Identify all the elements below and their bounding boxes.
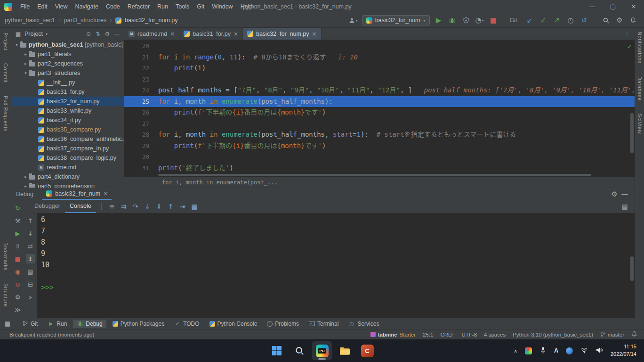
settings-gear-icon[interactable]: ⚙ — [609, 189, 620, 199]
collapse-all-icon[interactable]: ⇅ — [94, 30, 102, 38]
chevron-collapsed-icon[interactable]: ▸ — [22, 184, 29, 188]
run-to-cursor-icon[interactable]: ⇥ — [177, 201, 188, 212]
toolwindow-button-run[interactable]: ▶Run — [44, 320, 71, 328]
code-line-29[interactable]: 29 print(f'下半期の{i}番目の月は{month}です') — [124, 140, 635, 152]
view-breakpoints-icon[interactable]: ◉ — [13, 267, 23, 276]
menu-item-navigate[interactable]: Navigate — [72, 0, 102, 13]
status-message[interactable]: Breakpoint reached (moments ago) — [9, 332, 94, 337]
more-icon[interactable]: ≫ — [13, 305, 23, 314]
code-with-me-icon[interactable]: ▾ — [348, 15, 358, 25]
show-execution-point-icon[interactable]: ⇉ — [119, 201, 129, 212]
rerun-icon[interactable]: ↻ — [13, 203, 23, 213]
tabnine-widget[interactable]: tabnine Starter — [370, 332, 416, 337]
menu-item-tools[interactable]: Tools — [172, 0, 193, 13]
tree-item-part3-structures[interactable]: ▾part3_structures — [11, 68, 124, 78]
editor-horizontal-scrollbar[interactable] — [124, 173, 635, 177]
tool-stripe-project[interactable]: Project — [3, 33, 8, 52]
stop-icon[interactable]: ■ — [13, 254, 23, 263]
tree-item--init-py[interactable]: __init__.py — [11, 78, 124, 87]
step-into-icon[interactable]: ↓ — [142, 201, 153, 212]
print-icon[interactable]: ▤ — [26, 267, 35, 276]
pycharm-taskbar-button[interactable]: PC — [312, 341, 332, 360]
microphone-icon[interactable] — [539, 346, 547, 355]
chevron-expanded-icon[interactable]: ▾ — [22, 71, 29, 75]
code-line-25[interactable]: 25for i, month in enumerate(post_half_mo… — [124, 96, 635, 107]
code-line-30[interactable]: 30 — [124, 151, 635, 163]
menu-item-window[interactable]: Window — [208, 0, 236, 13]
more-chevrons-icon[interactable]: » — [26, 292, 35, 302]
tool-stripe-sciview[interactable]: SciView — [637, 114, 643, 135]
editor-vertical-scrollbar[interactable] — [630, 113, 634, 153]
restore-layout-icon[interactable]: ▤ — [620, 201, 630, 212]
run-config-select[interactable]: basic32_for_num ▾ — [362, 15, 430, 25]
code-line-20[interactable]: 20 — [124, 41, 635, 52]
resume-icon[interactable]: ▶ — [13, 229, 23, 238]
tree-item-python-basic-sec1[interactable]: ▾python_basic_sec1 [python_basic]D: — [11, 40, 124, 49]
debug-view-tab-debugger[interactable]: Debugger — [30, 200, 65, 213]
tool-stripe-database[interactable]: Database — [637, 76, 643, 102]
toolwindow-button-python-console[interactable]: Python Console — [206, 320, 261, 328]
breadcrumb-item-basic32-for-num-py[interactable]: basic32_for_num.py — [125, 17, 178, 24]
toolwindow-button-terminal[interactable]: Terminal — [305, 320, 342, 328]
tool-stripe-bookmarks[interactable]: Bookmarks — [3, 242, 8, 272]
settings-gear-icon[interactable]: ⚙ — [13, 292, 23, 302]
tree-item-basic31-for-py[interactable]: basic31_for.py — [11, 87, 124, 97]
tabs-more-icon[interactable]: ⋮ — [624, 31, 635, 37]
minimize-button[interactable]: — — [582, 0, 603, 13]
tree-item-part2-sequences[interactable]: ▸part2_sequences — [11, 59, 124, 68]
tree-item-readme-md[interactable]: Mreadme.md — [11, 163, 124, 172]
debug-session-tab[interactable]: basic32_for_num × — [42, 188, 112, 200]
scroll-up-icon[interactable]: ↑ — [26, 216, 35, 225]
file-encoding[interactable]: UTF-8 — [462, 332, 477, 337]
stop-button[interactable]: ■ — [488, 15, 499, 25]
indent-setting[interactable]: 4 spaces — [484, 332, 506, 337]
tree-item-part1-literals[interactable]: ▸part1_literals — [11, 49, 124, 59]
tool-stripe-pull-requests[interactable]: Pull Requests — [3, 96, 8, 133]
file-explorer-button[interactable] — [335, 341, 354, 360]
soft-wrap-icon[interactable]: ⇄ — [26, 241, 35, 251]
close-tab-icon[interactable]: × — [312, 31, 317, 37]
volume-icon[interactable] — [596, 346, 603, 355]
force-step-into-icon[interactable]: ⇓ — [154, 201, 164, 212]
editor-tab-readme-md[interactable]: Mreadme.md× — [124, 28, 179, 40]
menu-item-run[interactable]: Run — [153, 0, 172, 13]
step-out-icon[interactable]: ↑ — [166, 201, 176, 212]
wrench-icon[interactable]: ⚒ — [13, 216, 23, 225]
pause-icon[interactable]: Ⅱ — [13, 241, 23, 251]
hide-panel-icon[interactable]: — — [620, 189, 630, 199]
scrollbar-thumb[interactable] — [158, 174, 591, 176]
console-output[interactable]: 678910 >>> — [37, 213, 635, 318]
notifications-bell-icon[interactable] — [631, 331, 637, 338]
run-button[interactable]: ▶ — [434, 15, 444, 25]
scroll-down-icon[interactable]: ↓ — [26, 229, 35, 238]
tree-item-part4-dictionary[interactable]: ▸part4_dictionary — [11, 172, 124, 181]
project-panel-title[interactable]: Project — [24, 31, 43, 37]
tree-item-basic36-compare-arithmetic-py[interactable]: basic36_compare_arithmetic.py — [11, 134, 124, 144]
tree-item-basic38-compare-logic-py[interactable]: basic38_compare_logic.py — [11, 153, 124, 163]
toolwindows-toggle-icon[interactable]: ▦ — [2, 320, 13, 327]
chevron-collapsed-icon[interactable]: ▸ — [22, 174, 29, 179]
chevron-down-icon[interactable]: ▾ — [46, 32, 48, 36]
settings-button[interactable]: ⚙ — [614, 15, 625, 25]
app-c-button[interactable]: C — [357, 341, 377, 360]
close-tab-icon[interactable]: × — [170, 31, 175, 37]
editor-tab-basic31-for-py[interactable]: basic31_for.py× — [179, 28, 243, 40]
menu-item-git[interactable]: Git — [193, 0, 208, 13]
menu-item-code[interactable]: Code — [102, 0, 124, 13]
tool-stripe-structure[interactable]: Structure — [3, 283, 8, 308]
tray-status-icon[interactable] — [566, 347, 573, 354]
caret-position[interactable]: 25:1 — [423, 332, 433, 337]
toolwindow-button-services[interactable]: ◴Services — [345, 320, 383, 328]
tray-chevron-up-icon[interactable]: ∧ — [514, 348, 517, 354]
menu-item-view[interactable]: View — [51, 0, 72, 13]
code-editor[interactable]: 2021for i in range(0, 11): # 0から10までくり返す… — [124, 40, 635, 173]
mute-breakpoints-icon[interactable]: ⊘ — [13, 280, 23, 289]
editor-tab-basic32-for-num-py[interactable]: basic32_for_num.py× — [243, 28, 322, 40]
maximize-button[interactable]: ▢ — [603, 0, 623, 13]
menu-item-edit[interactable]: Edit — [33, 0, 51, 13]
tree-item-basic34-if-py[interactable]: basic34_if.py — [11, 115, 124, 125]
menu-item-refactor[interactable]: Refactor — [124, 0, 153, 13]
search-button[interactable] — [290, 341, 309, 360]
code-line-24[interactable]: 24post_half_months = ["7月", "8月", "9月", … — [124, 85, 635, 96]
hide-panel-icon[interactable]: — — [113, 30, 121, 38]
